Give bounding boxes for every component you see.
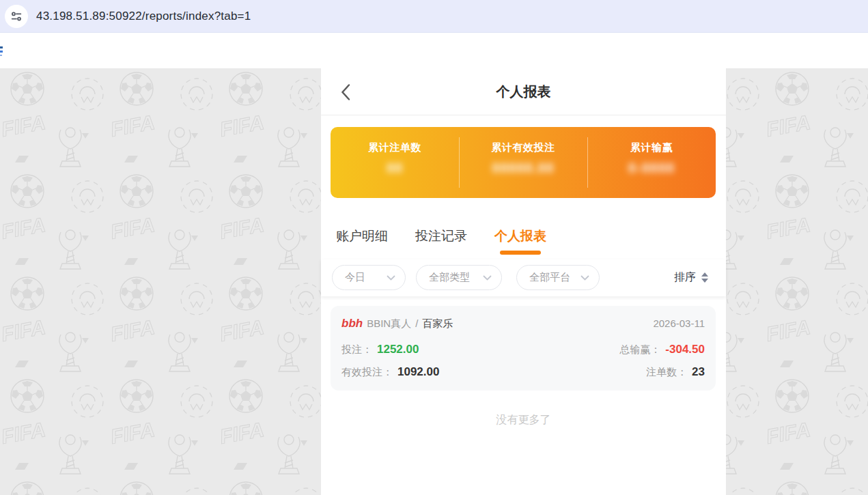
- chevron-down-icon: [580, 275, 589, 281]
- stat-label: 累计有效投注: [459, 141, 587, 154]
- date-filter-dropdown[interactable]: 今日: [332, 265, 406, 290]
- stat-total-bets: 累计注单数 88: [331, 127, 459, 198]
- bet-count-value: 23: [692, 365, 705, 379]
- platform-filter-value: 全部平台: [529, 271, 570, 284]
- browser-url-bar[interactable]: 43.198.51.89:50922/reports/index?tab=1: [0, 0, 868, 33]
- stat-divider: [587, 137, 588, 188]
- tabs-bar: 账户明细 投注记录 个人报表: [321, 217, 726, 259]
- win-loss-label: 总输赢：: [619, 343, 660, 356]
- site-settings-button[interactable]: [5, 5, 28, 28]
- stat-win-loss: 累计输赢 8-8888: [587, 127, 716, 198]
- stat-value-masked: 8-8888: [587, 160, 716, 176]
- stat-value-masked: 88: [331, 160, 459, 176]
- summary-stats-card: 累计注单数 88 累计有效投注 88888.88 累计输赢 8-8888: [331, 127, 716, 198]
- filter-bar: 今日 全部类型 全部平台 排序: [321, 259, 726, 296]
- tab-account-details[interactable]: 账户明细: [336, 227, 388, 245]
- stat-label: 累计注单数: [331, 141, 459, 154]
- page-title: 个人报表: [321, 68, 726, 115]
- tune-icon: [10, 10, 23, 23]
- stat-valid-bets: 累计有效投注 88888.88: [459, 127, 587, 198]
- game-name: 百家乐: [422, 317, 453, 330]
- active-tab-indicator: [500, 251, 541, 255]
- screen: 43.198.51.89:50922/reports/index?tab=1: [0, 0, 868, 495]
- stat-label: 累计输赢: [587, 141, 716, 154]
- separator: /: [415, 317, 418, 329]
- bbin-logo: bbh: [341, 317, 363, 330]
- report-panel: 个人报表 累计注单数 88 累计有效投注 88888.88 累计输赢 8-888…: [321, 68, 726, 495]
- no-more-text: 没有更多了: [321, 413, 726, 427]
- clipped-edge-glyph: [0, 46, 3, 59]
- sort-label: 排序: [674, 270, 696, 285]
- record-date: 2026-03-11: [653, 317, 705, 329]
- page-header: 个人报表: [321, 68, 726, 115]
- provider-name: BBIN真人: [367, 317, 411, 330]
- bet-label: 投注：: [341, 343, 372, 356]
- tab-bet-records[interactable]: 投注记录: [415, 227, 467, 245]
- chevron-down-icon: [387, 275, 395, 281]
- bet-count-label: 注单数：: [646, 366, 687, 379]
- platform-filter-dropdown[interactable]: 全部平台: [516, 265, 600, 290]
- sort-control[interactable]: 排序: [674, 265, 708, 290]
- valid-bet-label: 有效投注：: [341, 366, 393, 379]
- url-text[interactable]: 43.198.51.89:50922/reports/index?tab=1: [36, 0, 251, 33]
- type-filter-dropdown[interactable]: 全部类型: [416, 265, 502, 290]
- report-record-card[interactable]: bbh BBIN真人 / 百家乐 2026-03-11 投注： 1252.00 …: [331, 306, 716, 391]
- tab-personal-report[interactable]: 个人报表: [494, 227, 546, 245]
- win-loss-value: -304.50: [665, 343, 705, 356]
- stat-divider: [459, 137, 460, 188]
- sort-arrows-icon: [701, 272, 708, 283]
- date-filter-value: 今日: [345, 271, 365, 284]
- valid-bet-value: 1092.00: [397, 365, 439, 379]
- stat-value-masked: 88888.88: [459, 160, 587, 176]
- chevron-down-icon: [483, 275, 492, 281]
- type-filter-value: 全部类型: [429, 271, 470, 284]
- bet-value: 1252.00: [377, 343, 419, 356]
